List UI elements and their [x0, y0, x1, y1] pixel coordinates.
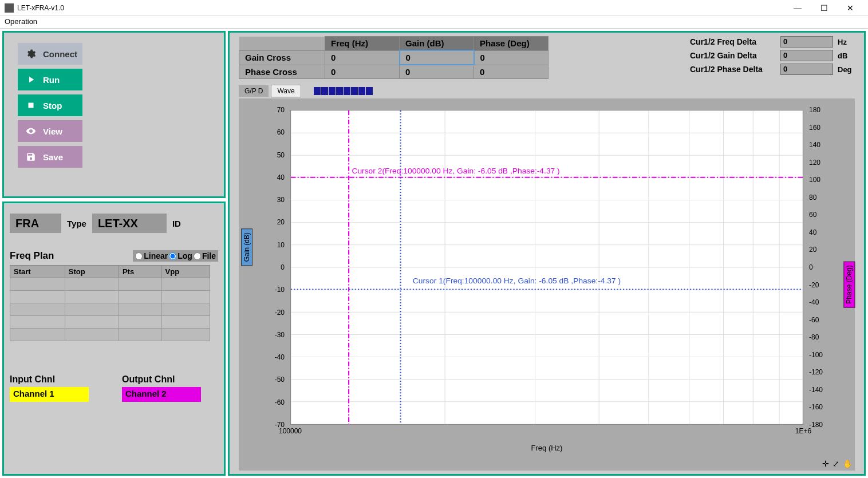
table-row[interactable] [10, 303, 210, 316]
connect-label: Connect [43, 49, 77, 59]
delta-gain-unit: dB [838, 52, 855, 60]
play-icon [26, 74, 36, 85]
view-label: View [43, 127, 62, 136]
pan-tool-icon[interactable]: ✋ [843, 459, 853, 468]
chart-tools: ✛ ⤢ ✋ [822, 459, 853, 468]
table-row[interactable] [10, 278, 210, 291]
plot-svg: Cursor 1(Freq:100000.00 Hz, Gain: -6.05 … [291, 110, 803, 424]
x-axis-label: Freq (Hz) [531, 444, 563, 452]
y-axis-left-label: Gain (dB) [241, 228, 252, 266]
run-button[interactable]: Run [18, 69, 82, 90]
freq-plan-table[interactable]: Start Stop Pts Vpp [10, 265, 210, 341]
output-channel-value[interactable]: Channel 2 [122, 387, 201, 402]
crossover-table: Freq (Hz) Gain (dB) Phase (Deg) Gain Cro… [239, 36, 549, 79]
output-channel-block: Output Chnl Channel 2 [122, 374, 201, 402]
cursor1-text: Cursor 1(Freq:100000.00 Hz, Gain: -6.05 … [413, 277, 621, 286]
stop-label: Stop [43, 101, 62, 110]
delta-phase-label: Cur1/2 Phase Delta [690, 65, 776, 74]
gear-icon [26, 49, 36, 59]
save-icon [26, 152, 36, 162]
main-container: Connect Run Stop View Save FRA Type [0, 29, 868, 478]
app-title: LET-xFRA-v1.0 [17, 4, 784, 12]
tab-bar: G/P D Wave [239, 85, 855, 97]
save-label: Save [43, 152, 63, 162]
delta-freq-row: Cur1/2 Freq Delta 0 Hz [690, 36, 855, 48]
info-row: Freq (Hz) Gain (dB) Phase (Deg) Gain Cro… [239, 36, 855, 79]
cursor2-text: Cursor 2(Freq:100000.00 Hz, Gain: -6.05 … [352, 167, 559, 175]
delta-freq-unit: Hz [838, 38, 855, 46]
channel-row: Input Chnl Channel 1 Output Chnl Channel… [10, 374, 218, 402]
phase-cross-label: Phase Cross [239, 65, 325, 79]
delta-gain-label: Cur1/2 Gain Delta [690, 51, 776, 60]
delta-block: Cur1/2 Freq Delta 0 Hz Cur1/2 Gain Delta… [690, 36, 855, 79]
right-column: Freq (Hz) Gain (dB) Phase (Deg) Gain Cro… [228, 29, 868, 478]
close-button[interactable]: ✕ [837, 0, 863, 16]
maximize-button[interactable]: ☐ [811, 0, 837, 16]
device-id-label: ID [172, 219, 181, 228]
phase-cross-freq: 0 [325, 65, 400, 79]
config-panel: FRA Type LET-XX ID Freq Plan Linear Log … [2, 202, 226, 476]
gain-cross-label: Gain Cross [239, 50, 325, 65]
delta-phase-row: Cur1/2 Phase Delta 0 Deg [690, 64, 855, 75]
plot-area[interactable]: Cursor 1(Freq:100000.00 Hz, Gain: -6.05 … [290, 110, 803, 425]
freq-plan-title: Freq Plan [10, 250, 54, 262]
freq-mode-radio-group: Linear Log File [133, 250, 218, 262]
input-channel-block: Input Chnl Channel 1 [10, 374, 89, 402]
minimize-button[interactable]: — [784, 0, 811, 16]
col-vpp: Vpp [161, 266, 210, 278]
app-icon [5, 3, 14, 13]
delta-phase-value: 0 [780, 64, 833, 75]
save-button[interactable]: Save [18, 146, 82, 168]
x-ticks: 1000001E+6 [290, 427, 803, 436]
device-type-field[interactable]: FRA [10, 214, 61, 233]
view-button[interactable]: View [18, 120, 82, 142]
window-controls: — ☐ ✕ [784, 0, 863, 16]
tab-wave[interactable]: Wave [271, 85, 301, 97]
chart-inner: Gain (dB) Phase (Deg) Freq (Hz) -70-60-5… [256, 104, 838, 453]
svg-rect-0 [29, 103, 34, 108]
freq-plan-header: Freq Plan Linear Log File [10, 250, 218, 262]
run-label: Run [43, 75, 60, 85]
crosshair-tool-icon[interactable]: ✛ [822, 459, 829, 468]
delta-freq-value: 0 [780, 36, 833, 48]
input-channel-value[interactable]: Channel 1 [10, 387, 89, 402]
radio-linear[interactable]: Linear [135, 251, 168, 260]
y-ticks-left: -70-60-50-40-30-20-10010203040506070 [256, 110, 288, 425]
delta-phase-unit: Deg [838, 65, 855, 74]
action-panel: Connect Run Stop View Save [2, 31, 226, 198]
table-row[interactable] [10, 316, 210, 329]
delta-freq-label: Cur1/2 Freq Delta [690, 37, 776, 46]
zoom-tool-icon[interactable]: ⤢ [833, 459, 839, 468]
delta-gain-value: 0 [780, 50, 833, 61]
input-channel-label: Input Chnl [10, 374, 89, 385]
col-start: Start [10, 266, 65, 278]
phase-cross-gain: 0 [400, 65, 474, 79]
phase-cross-phase: 0 [474, 65, 549, 79]
stop-icon [26, 100, 36, 110]
device-id-field[interactable]: LET-XX [92, 214, 167, 233]
y-ticks-right: -180-160-140-120-100-80-60-40-2002040608… [806, 110, 838, 425]
left-column: Connect Run Stop View Save FRA Type [0, 29, 228, 478]
header-phase: Phase (Deg) [474, 37, 549, 51]
tab-gpd[interactable]: G/P D [239, 85, 269, 97]
chart-area[interactable]: Gain (dB) Phase (Deg) Freq (Hz) -70-60-5… [239, 98, 855, 471]
gain-cross-freq: 0 [325, 50, 400, 65]
output-channel-label: Output Chnl [122, 374, 201, 385]
gain-cross-gain: 0 [400, 50, 474, 65]
header-freq: Freq (Hz) [325, 37, 400, 51]
menubar: Operation [0, 16, 868, 29]
radio-log[interactable]: Log [169, 251, 192, 260]
connect-button[interactable]: Connect [18, 43, 82, 65]
delta-gain-row: Cur1/2 Gain Delta 0 dB [690, 50, 855, 61]
eye-icon [26, 126, 36, 136]
y-axis-right-label: Phase (Deg) [843, 261, 855, 307]
menu-operation[interactable]: Operation [5, 17, 37, 26]
device-type-label: Type [67, 219, 86, 228]
gain-cross-phase: 0 [474, 50, 549, 65]
table-row[interactable] [10, 291, 210, 303]
radio-file[interactable]: File [194, 251, 216, 260]
table-row[interactable] [10, 329, 210, 341]
device-row: FRA Type LET-XX ID [10, 214, 218, 233]
header-gain: Gain (dB) [400, 37, 474, 51]
stop-button[interactable]: Stop [18, 94, 82, 116]
